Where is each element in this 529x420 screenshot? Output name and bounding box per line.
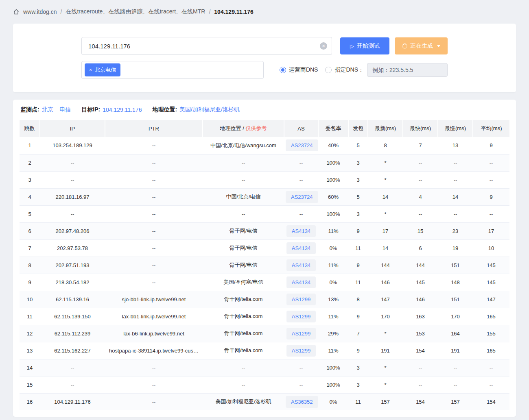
- ip-cell: 104.129.11.176: [40, 393, 105, 410]
- custom-dns-input[interactable]: [367, 63, 448, 77]
- ip-cell: 202.97.53.78: [40, 239, 105, 257]
- ip-cell: 62.115.139.16: [40, 291, 105, 308]
- hop-cell: 13: [20, 342, 40, 359]
- latest-ms-cell: 170: [368, 308, 403, 325]
- hop-cell: 14: [20, 359, 40, 376]
- sent-cell: 9: [348, 308, 368, 325]
- as-number-link[interactable]: AS1299: [286, 294, 316, 305]
- table-row: 2--------100%3*------: [20, 154, 509, 171]
- as-cell: --: [284, 376, 318, 393]
- latest-ms-cell: 8: [368, 137, 403, 154]
- latest-ms-cell: *: [368, 359, 403, 376]
- fastest-ms-cell: 146: [403, 291, 438, 308]
- column-header: 丢包率: [318, 120, 348, 137]
- avg-ms-cell: --: [473, 359, 509, 376]
- slowest-ms-cell: 170: [438, 308, 473, 325]
- as-number-link[interactable]: AS4134: [286, 259, 316, 271]
- loss-cell: 40%: [318, 137, 348, 154]
- hop-cell: 7: [20, 239, 40, 257]
- node-select-box[interactable]: × 北京电信: [81, 61, 264, 79]
- loss-cell: 100%: [318, 171, 348, 188]
- slowest-ms-cell: 19: [438, 239, 473, 257]
- location-cell: 骨干网/电信: [203, 239, 284, 257]
- as-number-link[interactable]: AS1299: [286, 311, 316, 322]
- as-cell: AS23724: [284, 137, 318, 154]
- latest-ms-cell: 14: [368, 239, 403, 257]
- radio-unchecked-icon[interactable]: [325, 67, 332, 73]
- latest-ms-cell: 14: [368, 188, 403, 205]
- sent-cell: 11: [348, 239, 368, 257]
- loss-cell: 13%: [318, 291, 348, 308]
- test-form-card: ✕ ▷ 开始测试 正在生成 × 北京电信: [13, 24, 516, 92]
- ip-cell: --: [40, 359, 105, 376]
- breadcrumb-section-link[interactable]: 在线traceroute、在线路由追踪、在线tracert、在线MTR: [66, 8, 205, 15]
- target-ip-link[interactable]: 104.129.11.176: [103, 107, 142, 113]
- location-cell: --: [203, 376, 284, 393]
- column-header: IP: [40, 120, 105, 137]
- ptr-cell: --: [105, 137, 203, 154]
- fastest-ms-cell: 145: [403, 274, 438, 291]
- as-number-link[interactable]: AS1299: [286, 328, 316, 339]
- location-cell: 骨干网/telia.com: [203, 291, 284, 308]
- avg-ms-cell: 9: [473, 137, 509, 154]
- breadcrumb-site-link[interactable]: www.itdog.cn: [23, 9, 57, 15]
- traceroute-table: 跳数IPPTR地理位置 / 仅供参考AS丢包率发包最新(ms)最快(ms)最慢(…: [20, 120, 509, 410]
- location-cell: 中国/北京/电信: [203, 188, 284, 205]
- geo-value-link[interactable]: 美国/加利福尼亚/洛杉矶: [179, 106, 240, 113]
- table-row: 1362.115.162.227hostpapa-ic-389114.ip.tw…: [20, 342, 509, 359]
- ptr-cell: sjo-bb1-link.ip.twelve99.net: [105, 291, 203, 308]
- as-number-link[interactable]: AS23724: [286, 139, 318, 151]
- play-icon: ▷: [350, 44, 354, 49]
- sent-cell: 11: [348, 274, 368, 291]
- as-cell: --: [284, 154, 318, 171]
- carrier-dns-radio[interactable]: 运营商DNS: [280, 66, 318, 74]
- as-cell: AS4134: [284, 257, 318, 274]
- table-row: 1103.254.189.129--中国/北京/电信/wangsu.comAS2…: [20, 137, 509, 154]
- target-input-wrap: ✕: [81, 37, 332, 55]
- custom-dns-label: 指定DNS：: [334, 66, 364, 74]
- as-cell: AS4134: [284, 274, 318, 291]
- as-number-link[interactable]: AS23724: [286, 191, 318, 203]
- location-cell: 骨干网/电信: [203, 257, 284, 274]
- as-cell: AS1299: [284, 308, 318, 325]
- clear-input-icon[interactable]: ✕: [320, 42, 327, 50]
- loss-cell: 0%: [318, 274, 348, 291]
- table-row: 1162.115.139.150lax-bb1-link.ip.twelve99…: [20, 308, 509, 325]
- fastest-ms-cell: --: [403, 376, 438, 393]
- radio-checked-icon[interactable]: [280, 67, 286, 73]
- as-cell: --: [284, 171, 318, 188]
- avg-ms-cell: 9: [473, 188, 509, 205]
- location-cell: 骨干网/telia.com: [203, 342, 284, 359]
- custom-dns-radio[interactable]: 指定DNS：: [325, 66, 364, 74]
- as-number-link[interactable]: AS36352: [286, 396, 318, 408]
- monitor-value-link[interactable]: 北京 – 电信: [42, 106, 71, 113]
- table-header-row: 跳数IPPTR地理位置 / 仅供参考AS丢包率发包最新(ms)最快(ms)最慢(…: [20, 120, 509, 137]
- location-cell: --: [203, 154, 284, 171]
- avg-ms-cell: --: [473, 376, 509, 393]
- column-header: 平均(ms): [473, 120, 509, 137]
- column-header: 地理位置 / 仅供参考: [203, 120, 284, 137]
- as-number-link[interactable]: AS4134: [286, 225, 316, 237]
- as-number-link[interactable]: AS4134: [286, 276, 316, 288]
- ptr-cell: --: [105, 393, 203, 410]
- loss-cell: 11%: [318, 222, 348, 239]
- target-input[interactable]: [81, 37, 332, 55]
- ip-cell: 218.30.54.182: [40, 274, 105, 291]
- loss-cell: 60%: [318, 188, 348, 205]
- as-number-link[interactable]: AS4134: [286, 242, 316, 254]
- node-tag[interactable]: × 北京电信: [85, 63, 120, 76]
- start-test-button[interactable]: ▷ 开始测试: [340, 37, 389, 54]
- ip-cell: 62.115.139.150: [40, 308, 105, 325]
- hop-cell: 2: [20, 154, 40, 171]
- location-cell: 骨干网/电信: [203, 222, 284, 239]
- header-reference-note: 仅供参考: [245, 125, 267, 131]
- sent-cell: 9: [348, 257, 368, 274]
- table-row: 3--------100%3*------: [20, 171, 509, 188]
- ip-cell: 220.181.16.97: [40, 188, 105, 205]
- generating-button[interactable]: 正在生成: [395, 37, 448, 54]
- as-number-link[interactable]: AS1299: [286, 345, 316, 357]
- fastest-ms-cell: --: [403, 154, 438, 171]
- tag-close-icon[interactable]: ×: [89, 67, 92, 72]
- avg-ms-cell: 155: [473, 325, 509, 342]
- loss-cell: 100%: [318, 205, 348, 222]
